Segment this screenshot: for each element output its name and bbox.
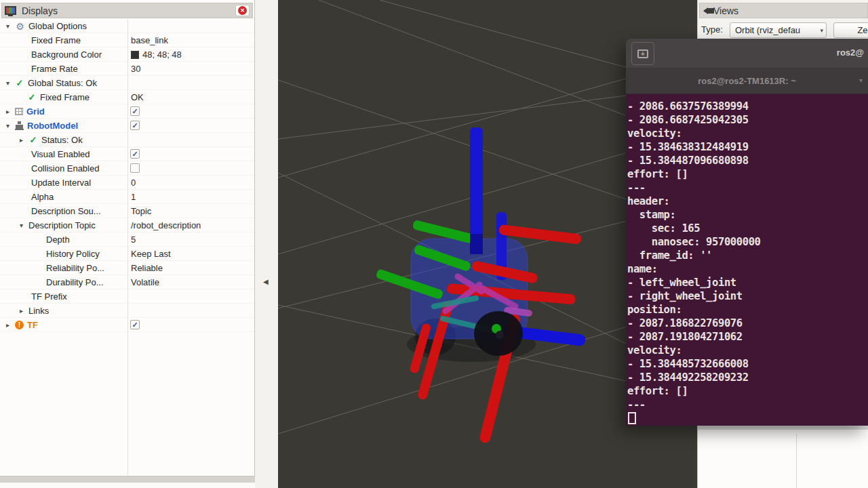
views-panel-header[interactable]: Views bbox=[699, 3, 868, 18]
terminal-line: - left_wheel_joint bbox=[627, 276, 868, 289]
property-value[interactable]: Topic bbox=[131, 204, 151, 218]
rviz-window: Displays ✕ ▾⚙Global OptionsFixed Frameba… bbox=[0, 0, 868, 488]
property-value-text: Volatile bbox=[131, 276, 159, 289]
expand-arrow-right-icon[interactable]: ▸ bbox=[4, 105, 12, 119]
check-icon: ✓ bbox=[28, 134, 38, 147]
property-value[interactable]: /robot_description bbox=[131, 218, 201, 232]
property-name-cell: ▾⚙Global Options bbox=[0, 19, 127, 33]
checkbox[interactable]: ✓ bbox=[130, 149, 140, 159]
terminal-line: effort: [] bbox=[627, 384, 868, 398]
property-value[interactable]: Keep Last bbox=[131, 247, 171, 261]
gear-icon: ⚙ bbox=[15, 20, 25, 33]
views-list-divider bbox=[796, 434, 797, 488]
terminal-line: - 2087.186822769076 bbox=[627, 317, 868, 330]
panel-splitter[interactable] bbox=[0, 476, 255, 483]
property-name-cell: Update Interval bbox=[0, 176, 127, 190]
property-value[interactable]: 1 bbox=[131, 190, 136, 204]
terminal-line: effort: [] bbox=[627, 167, 868, 181]
property-value-text: Reliable bbox=[131, 262, 163, 275]
displays-close-button[interactable]: ✕ bbox=[235, 5, 250, 16]
property-label: Status: Ok bbox=[41, 134, 83, 147]
views-type-row: Type: Orbit (rviz_defau ▾ Ze bbox=[698, 20, 868, 39]
property-label: Frame Rate bbox=[31, 62, 78, 76]
color-swatch bbox=[131, 51, 139, 59]
views-camera-icon bbox=[703, 7, 708, 14]
property-label: Fixed Frame bbox=[40, 91, 90, 104]
expand-arrow-down-icon[interactable]: ▾ bbox=[18, 219, 25, 232]
property-value[interactable]: base_link bbox=[131, 33, 168, 47]
property-name-cell: Background Color bbox=[0, 47, 127, 62]
new-tab-button[interactable]: + bbox=[631, 42, 654, 65]
zero-button[interactable]: Ze bbox=[833, 22, 868, 38]
collapse-panel-arrow-icon[interactable]: ◀ bbox=[263, 278, 269, 285]
property-column-divider[interactable] bbox=[127, 19, 128, 476]
terminal-line: - 15.384638312484919 bbox=[627, 140, 868, 154]
expand-arrow-right-icon[interactable]: ▸ bbox=[18, 304, 25, 318]
expand-arrow-right-icon[interactable]: ▸ bbox=[18, 134, 25, 147]
terminal-line: - 2086.6637576389994 bbox=[627, 100, 868, 113]
property-value[interactable]: 48; 48; 48 bbox=[131, 47, 182, 62]
property-label: TF Prefix bbox=[31, 290, 67, 304]
expand-arrow-down-icon[interactable]: ▾ bbox=[4, 77, 12, 90]
property-label: Collision Enabled bbox=[31, 162, 99, 176]
views-list-area[interactable] bbox=[698, 426, 868, 488]
close-icon: ✕ bbox=[238, 6, 247, 15]
property-value[interactable]: Reliable bbox=[131, 261, 163, 275]
displays-panel: Displays ✕ ▾⚙Global OptionsFixed Frameba… bbox=[0, 0, 255, 488]
property-label: Links bbox=[28, 304, 49, 318]
terminal-line: stamp: bbox=[627, 208, 868, 222]
terminal-line: - 15.384487096680898 bbox=[627, 154, 868, 167]
checkbox[interactable]: ✓ bbox=[130, 106, 140, 116]
property-name-cell: TF Prefix bbox=[0, 289, 127, 304]
terminal-window[interactable]: + ros2@ ros2@ros2-TM1613R: ~ ▾ - 2086.66… bbox=[626, 39, 868, 426]
terminal-headerbar[interactable]: + ros2@ bbox=[626, 39, 868, 68]
panel-bottom-area bbox=[0, 483, 255, 488]
property-value[interactable]: 5 bbox=[131, 232, 136, 247]
property-label: Update Interval bbox=[31, 176, 91, 190]
terminal-tab-bar[interactable]: ros2@ros2-TM1613R: ~ ▾ bbox=[626, 68, 868, 94]
terminal-line: - 2086.6687425042305 bbox=[627, 113, 868, 127]
property-value-text: base_link bbox=[131, 34, 168, 47]
property-label: Description Sou... bbox=[31, 205, 101, 218]
view-type-value: Orbit (rviz_defau bbox=[735, 25, 800, 35]
property-value[interactable]: 30 bbox=[131, 62, 140, 76]
expand-arrow-down-icon[interactable]: ▾ bbox=[4, 119, 12, 133]
property-value-text: Keep Last bbox=[131, 247, 171, 261]
expand-arrow-down-icon[interactable]: ▾ bbox=[4, 20, 12, 33]
tab-chevron-down-icon[interactable]: ▾ bbox=[859, 77, 863, 84]
property-name-cell: Depth bbox=[0, 232, 127, 247]
property-name-cell: ▸Grid bbox=[0, 104, 127, 119]
terminal-line: header: bbox=[627, 195, 868, 208]
checkbox[interactable] bbox=[130, 163, 140, 173]
views-panel-title: Views bbox=[713, 5, 738, 16]
view-type-dropdown[interactable]: Orbit (rviz_defau ▾ bbox=[730, 22, 827, 38]
terminal-line: name: bbox=[627, 262, 868, 276]
displays-icon bbox=[5, 6, 16, 15]
property-label: Alpha bbox=[31, 190, 54, 204]
property-value-text: Topic bbox=[131, 205, 151, 218]
property-label: History Policy bbox=[46, 247, 100, 261]
property-value[interactable]: 0 bbox=[131, 176, 136, 190]
checkbox[interactable]: ✓ bbox=[130, 121, 140, 130]
view-type-label: Type: bbox=[701, 24, 723, 35]
property-value-text: 48; 48; 48 bbox=[142, 48, 182, 62]
terminal-output[interactable]: - 2086.6637576389994- 2086.6687425042305… bbox=[626, 94, 868, 426]
property-label: Fixed Frame bbox=[31, 34, 81, 47]
displays-panel-header[interactable]: Displays ✕ bbox=[1, 3, 253, 18]
terminal-line: velocity: bbox=[627, 344, 868, 357]
property-value-text: 30 bbox=[131, 62, 140, 76]
terminal-line: --- bbox=[627, 181, 868, 195]
property-label: Depth bbox=[46, 233, 70, 247]
chevron-down-icon: ▾ bbox=[820, 27, 823, 34]
property-name-cell: Frame Rate bbox=[0, 62, 127, 76]
property-name-cell: ▾RobotModel bbox=[0, 119, 127, 133]
property-value[interactable]: OK bbox=[131, 90, 144, 104]
checkbox[interactable]: ✓ bbox=[130, 320, 140, 329]
terminal-tab-title: ros2@ros2-TM1613R: ~ bbox=[698, 76, 796, 86]
property-name-cell: ▸Links bbox=[0, 304, 127, 318]
expand-arrow-right-icon[interactable]: ▸ bbox=[4, 319, 12, 332]
property-value[interactable]: Volatile bbox=[131, 275, 159, 289]
terminal-line: - right_wheel_joint bbox=[627, 289, 868, 303]
property-value-text: /robot_description bbox=[131, 219, 201, 232]
new-tab-icon: + bbox=[637, 49, 648, 58]
